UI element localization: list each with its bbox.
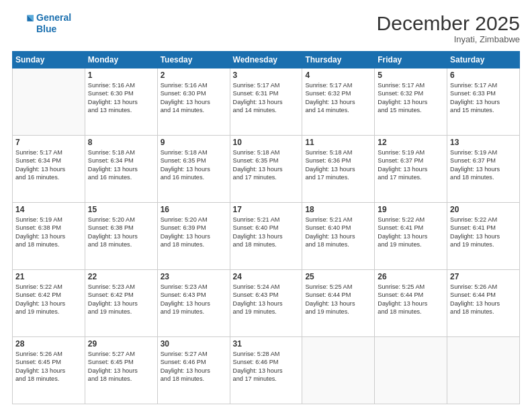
- day-number: 8: [88, 138, 154, 147]
- calendar-cell: 11Sunrise: 5:18 AM Sunset: 6:36 PM Dayli…: [302, 136, 375, 203]
- day-number: 3: [233, 71, 300, 80]
- day-info: Sunrise: 5:22 AM Sunset: 6:41 PM Dayligh…: [378, 216, 444, 249]
- day-number: 18: [305, 205, 371, 214]
- week-row-2: 14Sunrise: 5:19 AM Sunset: 6:38 PM Dayli…: [13, 203, 520, 270]
- calendar-cell: [302, 337, 375, 404]
- calendar-cell: 18Sunrise: 5:21 AM Sunset: 6:40 PM Dayli…: [302, 203, 375, 270]
- day-info: Sunrise: 5:17 AM Sunset: 6:32 PM Dayligh…: [305, 81, 371, 115]
- calendar-cell: 1Sunrise: 5:16 AM Sunset: 6:30 PM Daylig…: [85, 68, 157, 136]
- day-number: 27: [450, 272, 517, 281]
- calendar-cell: 6Sunrise: 5:17 AM Sunset: 6:33 PM Daylig…: [447, 68, 520, 136]
- day-info: Sunrise: 5:25 AM Sunset: 6:44 PM Dayligh…: [378, 283, 444, 316]
- day-info: Sunrise: 5:27 AM Sunset: 6:46 PM Dayligh…: [161, 350, 227, 383]
- weekday-header-row: SundayMondayTuesdayWednesdayThursdayFrid…: [13, 52, 520, 68]
- day-number: 20: [450, 205, 517, 214]
- calendar-cell: [13, 68, 85, 136]
- day-number: 16: [161, 205, 227, 214]
- logo-blue: Blue: [36, 24, 56, 34]
- day-info: Sunrise: 5:16 AM Sunset: 6:30 PM Dayligh…: [161, 81, 227, 115]
- day-info: Sunrise: 5:20 AM Sunset: 6:39 PM Dayligh…: [161, 216, 227, 249]
- day-number: 2: [161, 71, 227, 80]
- day-number: 4: [305, 71, 371, 80]
- calendar-cell: 31Sunrise: 5:28 AM Sunset: 6:46 PM Dayli…: [230, 337, 302, 404]
- day-info: Sunrise: 5:20 AM Sunset: 6:38 PM Dayligh…: [88, 216, 154, 249]
- weekday-header-friday: Friday: [375, 52, 447, 68]
- calendar-cell: 8Sunrise: 5:18 AM Sunset: 6:34 PM Daylig…: [85, 136, 157, 203]
- logo-general: General: [36, 12, 71, 23]
- day-number: 13: [450, 138, 517, 147]
- week-row-3: 21Sunrise: 5:22 AM Sunset: 6:42 PM Dayli…: [13, 270, 520, 337]
- calendar-cell: 3Sunrise: 5:17 AM Sunset: 6:31 PM Daylig…: [230, 68, 302, 136]
- day-info: Sunrise: 5:18 AM Sunset: 6:34 PM Dayligh…: [88, 148, 154, 182]
- logo-icon: [12, 13, 34, 34]
- day-info: Sunrise: 5:23 AM Sunset: 6:43 PM Dayligh…: [161, 283, 227, 316]
- day-number: 12: [378, 138, 444, 147]
- day-info: Sunrise: 5:17 AM Sunset: 6:34 PM Dayligh…: [15, 148, 82, 182]
- calendar-cell: 13Sunrise: 5:19 AM Sunset: 6:37 PM Dayli…: [447, 136, 520, 203]
- calendar-cell: 23Sunrise: 5:23 AM Sunset: 6:43 PM Dayli…: [157, 270, 230, 337]
- day-number: 11: [305, 138, 371, 147]
- day-info: Sunrise: 5:18 AM Sunset: 6:35 PM Dayligh…: [161, 148, 227, 182]
- day-number: 30: [161, 339, 227, 349]
- calendar-cell: 9Sunrise: 5:18 AM Sunset: 6:35 PM Daylig…: [157, 136, 230, 203]
- day-info: Sunrise: 5:22 AM Sunset: 6:42 PM Dayligh…: [15, 283, 82, 316]
- logo-text: General Blue: [36, 12, 71, 35]
- day-info: Sunrise: 5:28 AM Sunset: 6:46 PM Dayligh…: [233, 350, 300, 383]
- week-row-0: 1Sunrise: 5:16 AM Sunset: 6:30 PM Daylig…: [13, 68, 520, 136]
- day-info: Sunrise: 5:27 AM Sunset: 6:45 PM Dayligh…: [88, 350, 154, 383]
- day-info: Sunrise: 5:18 AM Sunset: 6:35 PM Dayligh…: [233, 148, 300, 182]
- day-info: Sunrise: 5:19 AM Sunset: 6:38 PM Dayligh…: [15, 216, 82, 249]
- day-info: Sunrise: 5:19 AM Sunset: 6:37 PM Dayligh…: [450, 148, 517, 182]
- calendar-cell: 25Sunrise: 5:25 AM Sunset: 6:44 PM Dayli…: [302, 270, 375, 337]
- day-number: 28: [15, 339, 82, 349]
- calendar-cell: 21Sunrise: 5:22 AM Sunset: 6:42 PM Dayli…: [13, 270, 85, 337]
- day-number: 21: [15, 272, 82, 281]
- day-number: 6: [450, 71, 517, 80]
- weekday-header-wednesday: Wednesday: [230, 52, 302, 68]
- logo: General Blue: [12, 12, 71, 35]
- month-title: December 2025: [377, 12, 520, 34]
- day-number: 15: [88, 205, 154, 214]
- page: General Blue December 2025 Inyati, Zimba…: [0, 0, 532, 411]
- calendar-cell: 10Sunrise: 5:18 AM Sunset: 6:35 PM Dayli…: [230, 136, 302, 203]
- day-number: 24: [233, 272, 300, 281]
- day-info: Sunrise: 5:26 AM Sunset: 6:44 PM Dayligh…: [450, 283, 517, 316]
- location-subtitle: Inyati, Zimbabwe: [377, 34, 520, 44]
- day-number: 7: [15, 138, 82, 147]
- day-number: 10: [233, 138, 300, 147]
- calendar-cell: 26Sunrise: 5:25 AM Sunset: 6:44 PM Dayli…: [375, 270, 447, 337]
- day-number: 23: [161, 272, 227, 281]
- day-number: 9: [161, 138, 227, 147]
- day-info: Sunrise: 5:17 AM Sunset: 6:31 PM Dayligh…: [233, 81, 300, 115]
- calendar-cell: 7Sunrise: 5:17 AM Sunset: 6:34 PM Daylig…: [13, 136, 85, 203]
- weekday-header-sunday: Sunday: [13, 52, 85, 68]
- day-number: 29: [88, 339, 154, 349]
- calendar-cell: 27Sunrise: 5:26 AM Sunset: 6:44 PM Dayli…: [447, 270, 520, 337]
- day-number: 26: [378, 272, 444, 281]
- calendar-cell: 22Sunrise: 5:23 AM Sunset: 6:42 PM Dayli…: [85, 270, 157, 337]
- calendar-cell: 16Sunrise: 5:20 AM Sunset: 6:39 PM Dayli…: [157, 203, 230, 270]
- weekday-header-tuesday: Tuesday: [157, 52, 230, 68]
- weekday-header-saturday: Saturday: [447, 52, 520, 68]
- day-number: 14: [15, 205, 82, 214]
- day-number: 17: [233, 205, 300, 214]
- day-info: Sunrise: 5:22 AM Sunset: 6:41 PM Dayligh…: [450, 216, 517, 249]
- day-info: Sunrise: 5:21 AM Sunset: 6:40 PM Dayligh…: [305, 216, 371, 249]
- day-number: 22: [88, 272, 154, 281]
- day-number: 19: [378, 205, 444, 214]
- day-info: Sunrise: 5:18 AM Sunset: 6:36 PM Dayligh…: [305, 148, 371, 182]
- day-info: Sunrise: 5:23 AM Sunset: 6:42 PM Dayligh…: [88, 283, 154, 316]
- week-row-1: 7Sunrise: 5:17 AM Sunset: 6:34 PM Daylig…: [13, 136, 520, 203]
- day-number: 31: [233, 339, 300, 349]
- calendar-cell: 4Sunrise: 5:17 AM Sunset: 6:32 PM Daylig…: [302, 68, 375, 136]
- day-number: 5: [378, 71, 444, 80]
- calendar-cell: 15Sunrise: 5:20 AM Sunset: 6:38 PM Dayli…: [85, 203, 157, 270]
- calendar-cell: 17Sunrise: 5:21 AM Sunset: 6:40 PM Dayli…: [230, 203, 302, 270]
- day-info: Sunrise: 5:26 AM Sunset: 6:45 PM Dayligh…: [15, 350, 82, 383]
- day-info: Sunrise: 5:25 AM Sunset: 6:44 PM Dayligh…: [305, 283, 371, 316]
- calendar-cell: 5Sunrise: 5:17 AM Sunset: 6:32 PM Daylig…: [375, 68, 447, 136]
- calendar-cell: [375, 337, 447, 404]
- calendar-table: SundayMondayTuesdayWednesdayThursdayFrid…: [12, 51, 520, 404]
- weekday-header-monday: Monday: [85, 52, 157, 68]
- title-block: December 2025 Inyati, Zimbabwe: [377, 12, 520, 44]
